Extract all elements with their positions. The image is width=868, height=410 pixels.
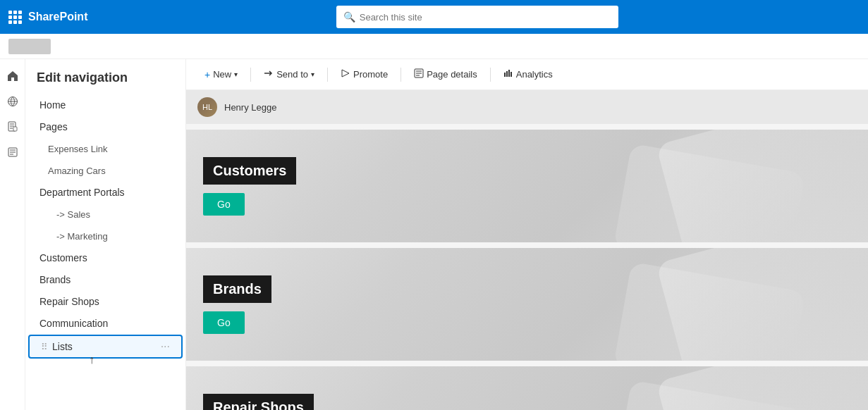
nav-item-customers[interactable]: Customers ···: [28, 247, 183, 268]
rail-pages-button[interactable]: [1, 116, 24, 138]
send-to-icon: [264, 68, 274, 80]
repair-shops-card-title: Repair Shops: [203, 394, 314, 411]
customers-card: Customers Go: [186, 130, 868, 242]
nav-item-sales-label: -> Sales: [56, 209, 90, 220]
toolbar-divider-2: [327, 68, 328, 82]
nav-item-brands-label: Brands: [39, 274, 71, 285]
main-layout: Edit navigation Home ··· Pages ··· Expen…: [0, 59, 868, 410]
svg-rect-7: [508, 70, 510, 77]
rail-home-button[interactable]: [1, 65, 24, 87]
second-bar: [0, 34, 868, 59]
new-label: New: [213, 69, 231, 80]
page-details-button[interactable]: Page details: [407, 64, 484, 85]
page-details-icon: [414, 68, 424, 80]
brands-card: Brands Go: [186, 248, 868, 361]
plus-icon: +: [204, 69, 210, 80]
nav-item-brands[interactable]: Brands ···: [28, 269, 183, 290]
promote-label: Promote: [353, 69, 388, 80]
promote-button[interactable]: Promote: [334, 64, 395, 85]
send-to-label: Send to: [276, 69, 308, 80]
customers-card-title: Customers: [203, 157, 296, 185]
nav-item-amazing-cars[interactable]: Amazing Cars ···: [28, 160, 183, 181]
nav-item-lists-dots[interactable]: ···: [161, 340, 170, 353]
analytics-label: Analytics: [516, 69, 553, 80]
icon-rail: [0, 59, 25, 410]
toolbar-divider-3: [401, 68, 401, 82]
new-button[interactable]: + New ▾: [197, 65, 245, 85]
nav-item-sales[interactable]: -> Sales ···: [28, 204, 183, 225]
nav-item-department-portals-label: Department Portals: [39, 187, 125, 198]
repair-shops-card: Repair Shops Go: [186, 366, 868, 410]
svg-rect-8: [511, 72, 512, 77]
top-bar: SharePoint 🔍: [0, 0, 868, 34]
nav-item-home-label: Home: [39, 99, 66, 111]
svg-rect-2: [13, 127, 17, 131]
nav-item-customers-label: Customers: [39, 252, 87, 263]
drag-handle-icon: ⠿: [41, 342, 48, 352]
toolbar-divider-4: [490, 68, 491, 82]
svg-rect-5: [504, 73, 506, 77]
search-icon: 🔍: [343, 11, 355, 23]
app-name: SharePoint: [28, 11, 87, 23]
nav-title: Edit navigation: [25, 70, 185, 94]
search-bar: 🔍: [336, 6, 618, 28]
rail-notes-button[interactable]: [1, 141, 24, 163]
toolbar: + New ▾ Send to ▾ Promote: [186, 59, 868, 90]
nav-item-repair-shops-label: Repair Shops: [39, 296, 99, 307]
promote-icon: [341, 68, 350, 80]
analytics-button[interactable]: Analytics: [496, 64, 560, 85]
svg-rect-6: [506, 71, 508, 77]
analytics-icon: [503, 68, 513, 80]
nav-item-pages[interactable]: Pages ···: [28, 116, 183, 137]
new-chevron-icon: ▾: [234, 70, 238, 78]
nav-item-communication[interactable]: Communication ···: [28, 313, 183, 334]
nav-item-lists[interactable]: ⠿ Lists ···: [28, 335, 183, 359]
content-area: + New ▾ Send to ▾ Promote: [186, 59, 868, 410]
nav-item-marketing[interactable]: -> Marketing ···: [28, 225, 183, 247]
send-to-chevron-icon: ▾: [311, 70, 314, 78]
nav-item-lists-label-group: ⠿ Lists: [41, 341, 73, 352]
nav-item-department-portals[interactable]: Department Portals ···: [28, 182, 183, 203]
nav-item-repair-shops[interactable]: Repair Shops ···: [28, 291, 183, 312]
nav-item-marketing-label: -> Marketing: [56, 231, 108, 242]
cards-container: Customers Go Brands Go Repair Shops Go: [186, 124, 868, 410]
nav-panel: Edit navigation Home ··· Pages ··· Expen…: [25, 59, 186, 410]
nav-item-pages-label: Pages: [39, 121, 68, 132]
app-logo: SharePoint: [28, 11, 87, 23]
page-details-label: Page details: [427, 69, 477, 80]
nav-item-communication-label: Communication: [39, 318, 108, 329]
send-to-button[interactable]: Send to ▾: [257, 64, 322, 85]
nav-item-home[interactable]: Home ···: [28, 94, 183, 116]
brands-go-button[interactable]: Go: [203, 311, 245, 334]
author-avatar: HL: [197, 97, 217, 117]
rail-globe-button[interactable]: [1, 90, 24, 113]
author-bar: HL Henry Legge: [186, 90, 868, 124]
site-logo: [8, 39, 51, 54]
customers-go-button[interactable]: Go: [203, 193, 245, 216]
toolbar-divider-1: [250, 68, 251, 82]
brands-card-title: Brands: [203, 275, 271, 303]
author-name: Henry Legge: [224, 102, 276, 113]
nav-item-amazing-cars-label: Amazing Cars: [48, 166, 106, 176]
cursor-icon: ↑: [89, 354, 94, 366]
nav-item-lists-label: Lists: [52, 341, 73, 352]
nav-item-expenses-link[interactable]: Expenses Link ···: [28, 138, 183, 159]
waffle-icon[interactable]: [8, 11, 21, 23]
nav-item-expenses-label: Expenses Link: [48, 144, 108, 154]
search-input[interactable]: [360, 12, 611, 23]
